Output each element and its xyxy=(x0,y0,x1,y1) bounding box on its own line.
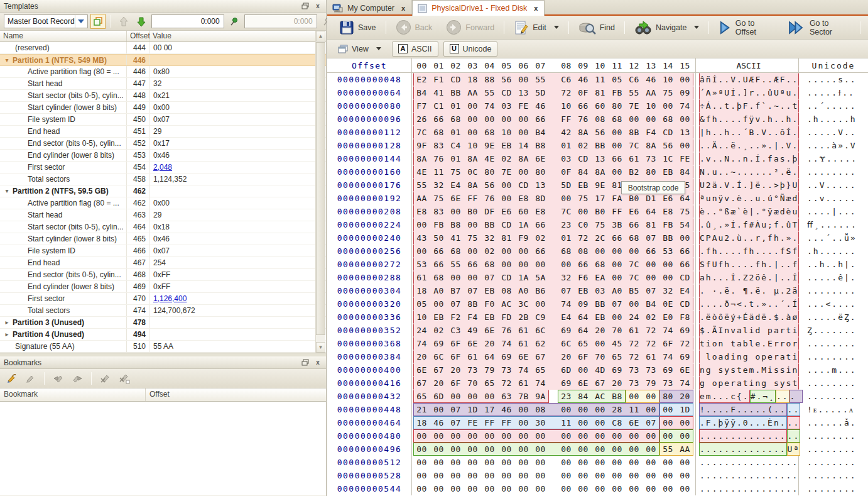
hex-byte[interactable]: 30 xyxy=(532,416,549,429)
template-row[interactable]: ▸Partition 3 (Unused)478 xyxy=(0,317,326,329)
hex-byte[interactable]: FE xyxy=(676,152,693,165)
hex-row[interactable]: 0000000049600000000000000000000000000005… xyxy=(327,443,868,456)
hex-byte[interactable]: CD xyxy=(498,86,515,99)
hex-byte[interactable]: 00 xyxy=(626,482,643,495)
hex-byte[interactable]: 10 xyxy=(558,99,575,113)
hex-byte[interactable]: 55 xyxy=(532,73,549,86)
hex-byte[interactable]: 5A xyxy=(532,271,549,284)
hex-row[interactable]: 000000001604E11750C807E00800F848A00B280E… xyxy=(327,165,868,179)
hex-byte[interactable]: 00 xyxy=(447,429,464,443)
hex-byte[interactable]: 00 xyxy=(575,443,592,456)
hex-byte[interactable]: 4E xyxy=(481,152,498,165)
hex-byte[interactable]: 55 xyxy=(481,86,498,99)
hex-byte[interactable]: 74 xyxy=(659,324,676,337)
ascii-text[interactable]: .û¸.»Í.f#Àu;f.ûT xyxy=(695,218,798,231)
hex-byte[interactable]: EB xyxy=(575,179,592,192)
hex-row[interactable]: 000000002886168000007CD1A5A32F6EA007C000… xyxy=(327,271,868,284)
unicode-text[interactable]: ..´..... xyxy=(798,99,868,113)
hex-byte[interactable]: 61 xyxy=(413,271,430,284)
column-header-bookmark[interactable]: Bookmark xyxy=(0,389,146,401)
hex-byte[interactable]: CD xyxy=(515,179,532,192)
hex-bytes[interactable]: F7C101007403FE46106660807E100074 xyxy=(411,99,695,113)
hex-byte[interactable]: 63 xyxy=(498,390,515,403)
hex-byte[interactable]: 6F xyxy=(447,377,464,390)
hex-byte[interactable]: 07 xyxy=(643,231,659,245)
hex-byte[interactable]: 00 xyxy=(575,403,592,416)
hex-byte[interactable]: 00 xyxy=(575,482,592,495)
hex-byte[interactable]: 75 xyxy=(676,205,693,218)
hex-byte[interactable]: 00 xyxy=(626,390,643,403)
save-button[interactable]: Save xyxy=(332,18,383,38)
ascii-text[interactable]: ................ xyxy=(695,429,798,443)
hex-byte[interactable]: 00 xyxy=(558,456,575,469)
hex-byte[interactable]: 84 xyxy=(676,165,693,179)
template-row[interactable]: Start cylinder (lower 8 bits)4490x00 xyxy=(0,102,326,114)
unicode-text[interactable]: ..h..h|. xyxy=(798,258,868,271)
hex-byte[interactable]: 00 xyxy=(430,403,447,416)
unicode-text[interactable]: ﬀ¸...... xyxy=(798,218,868,231)
hex-bytes[interactable]: 6168000007CD1A5A32F6EA007C0000CD xyxy=(411,271,695,284)
template-row[interactable]: File system ID4500x07 xyxy=(0,114,326,126)
hex-byte[interactable]: 00 xyxy=(464,271,481,284)
hex-byte[interactable]: 66 xyxy=(430,245,447,258)
hex-row[interactable]: 0000000051200000000000000000000000000000… xyxy=(327,456,868,469)
unicode-text[interactable]: ........ xyxy=(798,469,868,482)
hex-byte[interactable]: 23 xyxy=(558,218,575,231)
hex-byte[interactable]: 00 xyxy=(659,416,676,429)
hex-byte[interactable]: 80 xyxy=(643,165,659,179)
unicode-text[interactable]: .....V.. xyxy=(798,126,868,139)
collapse-icon[interactable]: ▾ xyxy=(3,185,11,197)
hex-byte[interactable]: 00 xyxy=(676,482,693,495)
hex-byte[interactable]: 68 xyxy=(659,113,676,126)
hex-byte[interactable]: 00 xyxy=(592,416,609,429)
hex-byte[interactable]: 00 xyxy=(592,337,609,350)
hex-byte[interactable]: 00 xyxy=(609,245,626,258)
hex-byte[interactable]: 61 xyxy=(515,324,532,337)
hex-byte[interactable]: 00 xyxy=(659,271,676,284)
hex-byte[interactable]: 00 xyxy=(464,218,481,231)
hex-byte[interactable]: 00 xyxy=(575,363,592,377)
unicode-text[interactable]: ........ xyxy=(798,390,868,403)
tab-my-computer[interactable]: My Computer x xyxy=(327,0,412,16)
hex-byte[interactable]: 00 xyxy=(430,297,447,311)
hex-byte[interactable]: 00 xyxy=(609,456,626,469)
scroll-down-icon[interactable]: ▼ xyxy=(316,342,325,353)
hex-byte[interactable]: C6 xyxy=(558,73,575,86)
hex-byte[interactable]: 7C xyxy=(626,258,643,271)
hex-byte[interactable]: 69 xyxy=(676,350,693,363)
hex-bytes[interactable]: E88300B0DFE660E87C00B0FFE664E875 xyxy=(411,205,695,218)
hex-byte[interactable]: 68 xyxy=(609,113,626,126)
close-panel-icon[interactable]: x xyxy=(313,3,322,10)
column-header-offset[interactable]: Offset xyxy=(127,31,149,41)
hex-byte[interactable]: 32 xyxy=(430,179,447,192)
hex-byte[interactable]: 00 xyxy=(626,113,643,126)
hex-bytes[interactable]: 8A76018A4E028A6E03CD136661731CFE xyxy=(411,152,695,165)
hex-byte[interactable]: FF xyxy=(498,416,515,429)
hex-byte[interactable]: 80 xyxy=(659,390,676,403)
hex-byte[interactable]: 20 xyxy=(481,337,498,350)
hex-byte[interactable]: 8A xyxy=(515,152,532,165)
hex-byte[interactable]: 03 xyxy=(592,284,609,297)
hex-row[interactable]: 000000003522402C3496E76616C6964207061727… xyxy=(327,324,868,337)
hex-byte[interactable]: 20 xyxy=(430,377,447,390)
hex-byte[interactable]: A0 xyxy=(609,284,626,297)
hex-byte[interactable]: 00 xyxy=(464,429,481,443)
hex-byte[interactable]: 7E xyxy=(626,99,643,113)
hex-byte[interactable]: 7B xyxy=(515,390,532,403)
scrollbar-thumb[interactable] xyxy=(316,42,325,335)
hex-bytes[interactable]: 000000000000000000000000000055AA xyxy=(411,443,695,456)
hex-byte[interactable]: 56 xyxy=(592,126,609,139)
hex-byte[interactable]: 00 xyxy=(413,456,430,469)
hex-byte[interactable]: 8A xyxy=(575,126,592,139)
hex-byte[interactable]: 00 xyxy=(430,469,447,482)
hex-byte[interactable]: 45 xyxy=(609,337,626,350)
hex-byte[interactable]: 8A xyxy=(413,152,430,165)
hex-byte[interactable]: 13 xyxy=(532,179,549,192)
hex-bytes[interactable]: 00000000000000000000000000000000 xyxy=(411,482,695,495)
hex-byte[interactable]: 00 xyxy=(481,469,498,482)
hex-byte[interactable]: 00 xyxy=(592,469,609,482)
hex-byte[interactable]: 24 xyxy=(413,324,430,337)
hex-byte[interactable]: 00 xyxy=(498,179,515,192)
hex-row[interactable]: 00000000192AA756EFF7600E88D007517FAB0D1E… xyxy=(327,192,868,205)
hex-byte[interactable]: 00 xyxy=(447,390,464,403)
